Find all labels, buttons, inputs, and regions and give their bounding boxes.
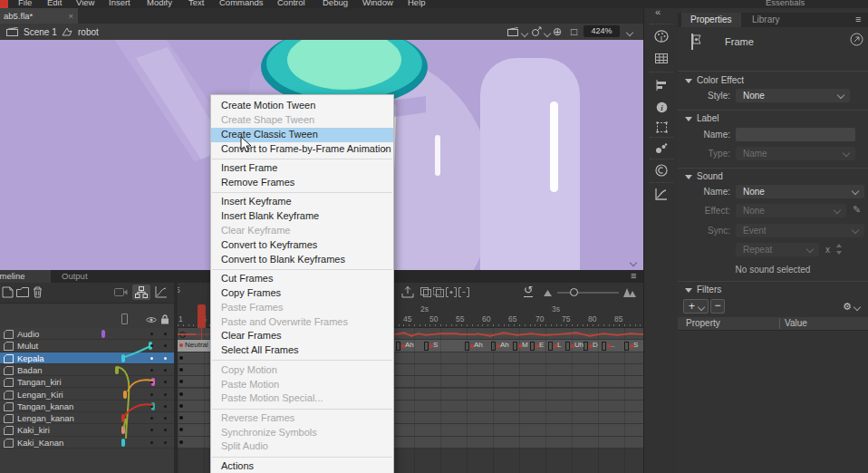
breadcrumb-scene[interactable]: Scene 1 bbox=[24, 27, 57, 37]
close-icon[interactable]: × bbox=[68, 8, 73, 24]
mouth-keyframe[interactable]: E bbox=[539, 341, 544, 351]
menu-item-cut-frames[interactable]: Cut Frames bbox=[211, 272, 393, 286]
lock-dot[interactable] bbox=[164, 405, 167, 408]
menu-commands[interactable]: Commands bbox=[219, 0, 264, 7]
layer-row-kaki-kiri[interactable]: Kaki_kiri bbox=[0, 424, 178, 436]
layer-row-tangan-kanan[interactable]: Tangan_kanan bbox=[0, 401, 178, 412]
modify-markers-icon[interactable] bbox=[458, 287, 469, 297]
section-filters[interactable]: Filters bbox=[685, 285, 721, 294]
menu-window[interactable]: Window bbox=[362, 0, 393, 7]
visibility-dot[interactable] bbox=[150, 369, 153, 372]
visibility-dot[interactable] bbox=[150, 333, 153, 335]
menu-edit[interactable]: Edit bbox=[47, 0, 62, 7]
menu-item-clear-frames[interactable]: Clear Frames bbox=[211, 329, 393, 343]
style-dropdown[interactable]: None bbox=[736, 89, 850, 102]
menu-item-insert-frame[interactable]: Insert Frame bbox=[211, 161, 393, 176]
align-panel-icon[interactable] bbox=[652, 77, 670, 93]
layer-color-marker[interactable] bbox=[121, 354, 125, 362]
menu-control[interactable]: Control bbox=[277, 0, 305, 7]
menu-item-copy-frames[interactable]: Copy Frames bbox=[211, 286, 393, 301]
layer-row-mulut[interactable]: Mulut bbox=[0, 340, 178, 352]
center-stage-icon[interactable]: ⊕ bbox=[553, 25, 562, 38]
mouth-keyframe[interactable]: Ah bbox=[500, 341, 509, 351]
menu-item-remove-frames[interactable]: Remove Frames bbox=[211, 176, 393, 190]
loop-icon[interactable]: ↺ bbox=[524, 285, 533, 297]
shrink-frames-icon[interactable] bbox=[544, 290, 552, 296]
mouth-keyframe[interactable]: .. bbox=[611, 341, 614, 351]
visibility-dot[interactable] bbox=[150, 429, 153, 431]
timeline-menu-icon[interactable]: ≡ bbox=[631, 270, 636, 281]
edit-symbols-icon[interactable] bbox=[531, 26, 542, 37]
eye-icon[interactable] bbox=[146, 316, 157, 323]
menu-debug[interactable]: Debug bbox=[323, 0, 348, 7]
lock-dot[interactable] bbox=[164, 381, 167, 383]
camera-icon[interactable] bbox=[114, 287, 128, 297]
menu-item-convert-to-blank-keyframes[interactable]: Convert to Blank Keyframes bbox=[211, 253, 393, 267]
layer-color-marker[interactable] bbox=[101, 330, 105, 338]
mouth-keyframe[interactable]: Ah bbox=[474, 341, 483, 351]
layer-row-audio[interactable]: Audio bbox=[0, 328, 178, 340]
menu-insert[interactable]: Insert bbox=[109, 0, 130, 7]
remove-filter-button[interactable]: − bbox=[710, 299, 725, 314]
edit-scene-icon[interactable] bbox=[507, 27, 520, 36]
document-tab[interactable]: ab5.fla* × bbox=[0, 8, 78, 24]
section-sound[interactable]: Sound bbox=[685, 171, 723, 181]
new-folder-icon[interactable] bbox=[16, 287, 29, 297]
layer-row-kaki-kanan[interactable]: Kaki_Kanan bbox=[0, 437, 178, 449]
clip-content-icon[interactable]: □ bbox=[571, 25, 577, 38]
edit-symbols-chevron[interactable] bbox=[544, 30, 551, 37]
mouth-keyframe[interactable]: D bbox=[593, 341, 598, 351]
lock-dot[interactable] bbox=[164, 417, 167, 420]
layer-row-lengan-kiri[interactable]: Lengan_Kiri bbox=[0, 389, 178, 401]
delete-layer-icon[interactable] bbox=[33, 286, 43, 298]
export-frames-icon[interactable] bbox=[401, 286, 414, 298]
graph-editor-icon[interactable] bbox=[155, 286, 168, 298]
menu-item-convert-to-keyframes[interactable]: Convert to Keyframes bbox=[211, 238, 393, 253]
tab-timeline[interactable]: Timeline bbox=[0, 270, 51, 283]
layer-row-badan[interactable]: Badan bbox=[0, 364, 178, 376]
layer-color-marker[interactable] bbox=[123, 391, 127, 399]
menu-item-insert-keyframe[interactable]: Insert Keyframe bbox=[211, 195, 393, 209]
filter-options-button[interactable]: ⚙ bbox=[843, 299, 866, 314]
app-icon[interactable] bbox=[0, 0, 8, 8]
mouth-keyframe[interactable]: M bbox=[522, 341, 528, 351]
layer-color-marker[interactable] bbox=[115, 366, 119, 374]
tab-output[interactable]: Output bbox=[56, 270, 88, 283]
lock-dot[interactable] bbox=[164, 357, 167, 360]
layer-row-lengan-kanan[interactable]: Lengan_kanan bbox=[0, 412, 178, 424]
lock-dot[interactable] bbox=[164, 369, 167, 372]
layer-color-marker[interactable] bbox=[121, 414, 125, 422]
menu-item-create-motion-tween[interactable]: Create Motion Tween bbox=[211, 99, 393, 113]
edit-multiple-frames-icon[interactable] bbox=[446, 287, 457, 297]
layer-color-marker[interactable] bbox=[121, 426, 125, 434]
menu-item-create-classic-tween[interactable]: Create Classic Tween bbox=[211, 128, 393, 142]
lock-icon[interactable] bbox=[160, 314, 169, 324]
layer-row-kepala[interactable]: Kepala bbox=[0, 352, 178, 364]
sound-name-dropdown[interactable]: None bbox=[736, 185, 864, 198]
zoom-chevron[interactable] bbox=[626, 29, 633, 36]
onion-skin-outlines-icon[interactable] bbox=[433, 287, 444, 297]
panel-menu-icon[interactable]: ≡ bbox=[855, 14, 861, 24]
playhead-marker[interactable] bbox=[198, 304, 206, 328]
collapse-panels-icon[interactable]: « bbox=[655, 6, 661, 17]
section-label[interactable]: Label bbox=[685, 113, 719, 123]
cc-libraries-panel-icon[interactable] bbox=[652, 162, 670, 179]
menu-modify[interactable]: Modify bbox=[147, 0, 172, 7]
edit-scene-chevron[interactable] bbox=[521, 30, 528, 37]
section-color-effect[interactable]: Color Effect bbox=[685, 75, 744, 85]
new-layer-icon[interactable] bbox=[2, 286, 14, 298]
add-filter-button[interactable]: + bbox=[683, 299, 709, 314]
lock-dot[interactable] bbox=[164, 441, 167, 444]
motion-editor-panel-icon[interactable] bbox=[652, 186, 670, 202]
quick-share-icon[interactable] bbox=[850, 33, 863, 46]
visibility-dot[interactable] bbox=[150, 393, 153, 396]
menu-view[interactable]: View bbox=[76, 0, 94, 7]
lock-dot[interactable] bbox=[164, 393, 167, 396]
visibility-dot[interactable] bbox=[150, 417, 153, 420]
breadcrumb-symbol[interactable]: robot bbox=[78, 27, 99, 37]
menu-item-select-all-frames[interactable]: Select All Frames bbox=[211, 343, 393, 358]
menu-help[interactable]: Help bbox=[408, 0, 426, 7]
menu-item-actions[interactable]: Actions bbox=[211, 459, 393, 473]
menu-item-convert-frame-by-frame[interactable]: Convert to Frame-by-Frame Animation › bbox=[211, 142, 393, 157]
tab-library[interactable]: Library bbox=[743, 13, 789, 27]
